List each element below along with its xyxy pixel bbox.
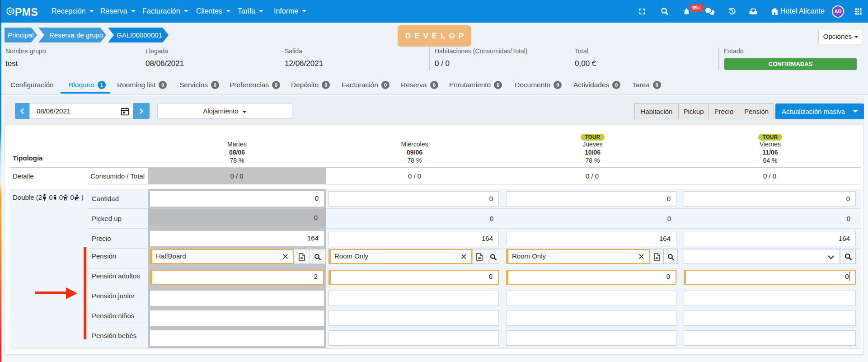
svg-text:U: U bbox=[9, 9, 12, 14]
